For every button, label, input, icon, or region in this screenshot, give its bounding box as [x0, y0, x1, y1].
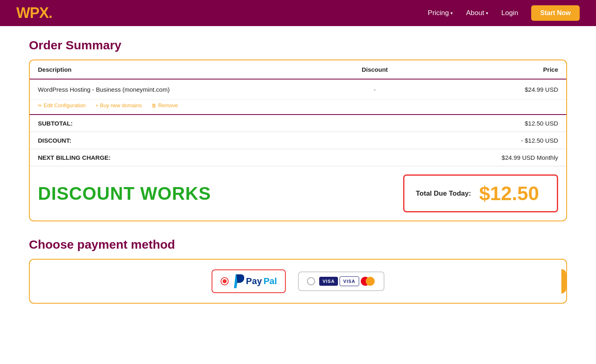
item-discount: - — [331, 79, 418, 100]
col-discount: Discount — [331, 60, 418, 79]
chevron-down-icon: ▾ — [450, 11, 453, 16]
total-due-box: Total Due Today: $12.50 — [403, 174, 558, 212]
discount-value: - $12.50 USD — [418, 132, 566, 149]
paypal-option[interactable]: PayPal — [212, 269, 286, 293]
main-content: Order Summary Description Discount Price… — [13, 26, 583, 316]
order-table: Description Discount Price WordPress Hos… — [30, 60, 566, 166]
visa-light-icon: VISA — [340, 276, 359, 286]
order-summary-box: Description Discount Price WordPress Hos… — [29, 60, 567, 221]
subtotal-row: SUBTOTAL: $12.50 USD — [30, 115, 566, 132]
paypal-pay: Pay — [246, 276, 262, 287]
discount-label: DISCOUNT: — [30, 132, 331, 149]
nav-login[interactable]: Login — [501, 9, 519, 17]
edit-configuration-link[interactable]: ✏ Edit Configuration — [38, 102, 86, 108]
action-row: ✏ Edit Configuration + Buy new domains 🗑… — [30, 100, 566, 115]
col-price: Price — [418, 60, 566, 79]
item-description: WordPress Hosting - Business (moneymint.… — [30, 79, 331, 100]
main-nav: Pricing ▾ About ▾ Login Start Now — [428, 5, 580, 21]
action-links: ✏ Edit Configuration + Buy new domains 🗑… — [38, 102, 558, 108]
visa-dark-icon: VISA — [319, 277, 338, 286]
logo-dot: . — [49, 4, 52, 21]
remove-link[interactable]: 🗑 Remove — [152, 102, 178, 108]
header: WPX. Pricing ▾ About ▾ Login Start Now — [0, 0, 596, 26]
trash-icon: 🗑 — [152, 103, 157, 108]
order-summary-title: Order Summary — [29, 38, 567, 52]
next-billing-label: NEXT BILLING CHARGE: — [30, 149, 331, 166]
total-section: DISCOUNT WORKS Total Due Today: $12.50 — [30, 166, 566, 221]
discount-row: DISCOUNT: - $12.50 USD — [30, 132, 566, 149]
start-now-button[interactable]: Start Now — [531, 5, 580, 21]
paypal-pal: Pal — [263, 276, 277, 287]
card-option[interactable]: VISA VISA — [298, 271, 384, 291]
action-links-cell: ✏ Edit Configuration + Buy new domains 🗑… — [30, 100, 566, 115]
logo[interactable]: WPX. — [16, 4, 52, 22]
subtotal-label: SUBTOTAL: — [30, 115, 331, 132]
nav-pricing[interactable]: Pricing ▾ — [428, 9, 453, 17]
table-row: WordPress Hosting - Business (moneymint.… — [30, 79, 566, 100]
plus-icon: + — [95, 103, 98, 108]
item-price: $24.99 USD — [418, 79, 566, 100]
logo-text: WPX — [16, 4, 49, 21]
col-description: Description — [30, 60, 331, 79]
mastercard-icon — [361, 276, 375, 286]
payment-options: PayPal VISA VISA — [38, 269, 558, 293]
payment-method-box: PayPal VISA VISA — [29, 259, 567, 304]
card-icons: VISA VISA — [319, 276, 375, 286]
table-header-row: Description Discount Price — [30, 60, 566, 79]
nav-about[interactable]: About ▾ — [466, 9, 488, 17]
next-billing-value: $24.99 USD Monthly — [418, 149, 566, 166]
total-due-label: Total Due Today: — [416, 190, 471, 198]
card-radio[interactable] — [307, 277, 315, 285]
paypal-logo: PayPal — [233, 274, 277, 288]
pencil-icon: ✏ — [38, 103, 42, 108]
total-due-amount: $12.50 — [479, 182, 539, 205]
paypal-radio[interactable] — [221, 277, 229, 285]
subtotal-value: $12.50 USD — [418, 115, 566, 132]
next-billing-row: NEXT BILLING CHARGE: $24.99 USD Monthly — [30, 149, 566, 166]
payment-method-title: Choose payment method — [29, 238, 567, 251]
discount-works-text: DISCOUNT WORKS — [38, 183, 211, 204]
right-accent — [561, 269, 566, 293]
paypal-icon — [233, 274, 244, 288]
chevron-down-icon: ▾ — [486, 11, 488, 16]
buy-new-domains-link[interactable]: + Buy new domains — [95, 102, 142, 108]
